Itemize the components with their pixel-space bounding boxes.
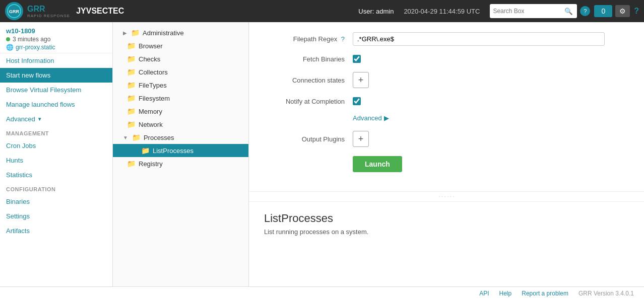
folder-icon: 📁 [127,94,136,102]
flow-info-title: ListProcesses [264,212,629,225]
logo-icon: GRR [5,2,23,20]
search-button[interactable]: 🔍 [563,7,574,16]
client-info: w10-1809 3 minutes ago 🌐 grr-proxy.stati… [0,22,112,53]
advanced-arrow-icon: ▶ [384,114,389,122]
tree-item-checks[interactable]: 📁 Checks [113,52,248,65]
status-dot [6,37,10,41]
folder-icon: 📁 [127,81,136,89]
sidebar: w10-1809 3 minutes ago 🌐 grr-proxy.stati… [0,22,113,286]
connection-states-row: Connection states + [264,72,629,88]
tree-item-listprocesses[interactable]: 📁 ListProcesses [113,144,248,157]
expand-icon: ▼ [123,135,128,140]
sidebar-item-settings[interactable]: Settings [0,209,112,223]
tree-item-filetypes[interactable]: 📁 FileTypes [113,79,248,92]
filepath-regex-help-icon[interactable]: ? [341,35,345,43]
search-help-icon[interactable]: ? [580,6,590,16]
folder-icon: 📁 [132,133,141,141]
tree-item-registry[interactable]: 📁 Registry [113,157,248,170]
search-input[interactable] [493,8,563,15]
connection-states-add-button[interactable]: + [353,72,369,88]
flow-info-section: ListProcesses List running processes on … [249,202,644,246]
filepath-regex-label: Filepath Regex ? [264,35,345,43]
sidebar-item-manage-flows[interactable]: Manage launched flows [0,97,112,112]
settings-button[interactable]: ⚙ [615,5,630,17]
fetch-binaries-label: Fetch Binaries [264,55,345,63]
advanced-link[interactable]: Advanced ▶ [353,114,389,122]
launch-row: Launch [264,156,629,172]
sidebar-item-start-flows[interactable]: Start new flows [0,68,112,83]
sidebar-item-statistics[interactable]: Statistics [0,168,112,182]
fetch-binaries-checkbox[interactable] [353,55,361,63]
filepath-regex-row: Filepath Regex ? [264,32,629,46]
sidebar-item-advanced[interactable]: Advanced ▼ [0,112,112,126]
tree-item-processes[interactable]: ▼ 📁 Processes [113,131,248,144]
tree-item-administrative[interactable]: ▶ 📁 Administrative [113,26,248,39]
globe-icon: 🌐 [6,44,14,51]
advanced-row: Advanced ▶ [264,114,629,122]
logo-area: GRR GRR RAPID RESPONSE JYVSECTEC [5,2,124,20]
sidebar-item-artifacts[interactable]: Artifacts [0,223,112,238]
content-area: Filepath Regex ? Fetch Binaries Connecti… [249,22,644,286]
folder-icon: 📁 [141,146,150,155]
flow-tree-panel: ▶ 📁 Administrative 📁 Browser 📁 Checks 📁 … [113,22,249,286]
footer-version: GRR Version 3.4.0.1 [578,290,634,297]
expand-icon: ▶ [123,30,127,36]
tree-item-filesystem[interactable]: 📁 Filesystem [113,92,248,105]
folder-icon: 📁 [127,160,136,168]
management-section-label: MANAGEMENT [0,126,112,138]
output-plugins-label: Output Plugins [264,135,345,143]
notify-label: Notify at Completion [264,98,345,105]
launch-button[interactable]: Launch [353,156,402,172]
folder-icon: 📁 [127,55,136,63]
svg-text:GRR: GRR [9,9,20,14]
sidebar-item-cron-jobs[interactable]: Cron Jobs [0,138,112,153]
connection-states-label: Connection states [264,77,345,84]
header: GRR GRR RAPID RESPONSE JYVSECTEC User: a… [0,0,644,22]
flow-config-form: Filepath Regex ? Fetch Binaries Connecti… [249,22,644,192]
config-section-label: CONFIGURATION [0,182,112,194]
footer-api-link[interactable]: API [479,290,489,297]
sidebar-item-host-info[interactable]: Host Information [0,53,112,68]
search-box: 🔍 [490,4,577,18]
fetch-binaries-row: Fetch Binaries [264,55,629,63]
sidebar-item-binaries[interactable]: Binaries [0,194,112,209]
notify-row: Notify at Completion [264,97,629,105]
org-name: JYVSECTEC [76,7,124,16]
main-container: w10-1809 3 minutes ago 🌐 grr-proxy.stati… [0,22,644,286]
tree-item-collectors[interactable]: 📁 Collectors [113,65,248,79]
advanced-arrow-icon: ▼ [37,116,42,122]
folder-icon: 📁 [127,42,136,50]
tree-item-memory[interactable]: 📁 Memory [113,105,248,118]
sidebar-item-hunts[interactable]: Hunts [0,153,112,168]
header-help-icon[interactable]: ? [634,7,639,16]
footer-report-link[interactable]: Report a problem [522,290,568,297]
folder-icon: 📁 [131,29,140,37]
tree-item-browser[interactable]: 📁 Browser [113,39,248,52]
output-plugins-add-button[interactable]: + [353,131,369,147]
footer: API Help Report a problem GRR Version 3.… [0,286,644,300]
client-proxy: 🌐 grr-proxy.static [6,44,106,51]
flow-info-description: List running processes on a system. [264,228,629,236]
client-id[interactable]: w10-1809 [6,27,106,35]
notification-button[interactable]: 0 [594,5,612,17]
sidebar-item-browse-vfs[interactable]: Browse Virtual Filesystem [0,83,112,97]
filepath-regex-input[interactable] [353,32,605,46]
panel-divider: · · · · · · [249,192,644,202]
tree-item-network[interactable]: 📁 Network [113,118,248,131]
logo-text: GRR RAPID RESPONSE [27,5,70,18]
notify-checkbox[interactable] [353,97,361,105]
footer-help-link[interactable]: Help [499,290,512,297]
folder-icon: 📁 [127,120,136,128]
datetime: 2020-04-29 11:44:59 UTC [404,8,480,15]
folder-icon: 📁 [127,107,136,115]
output-plugins-row: Output Plugins + [264,131,629,147]
folder-icon: 📁 [127,68,136,76]
user-info: User: admin [358,8,394,15]
client-status: 3 minutes ago [6,36,106,43]
